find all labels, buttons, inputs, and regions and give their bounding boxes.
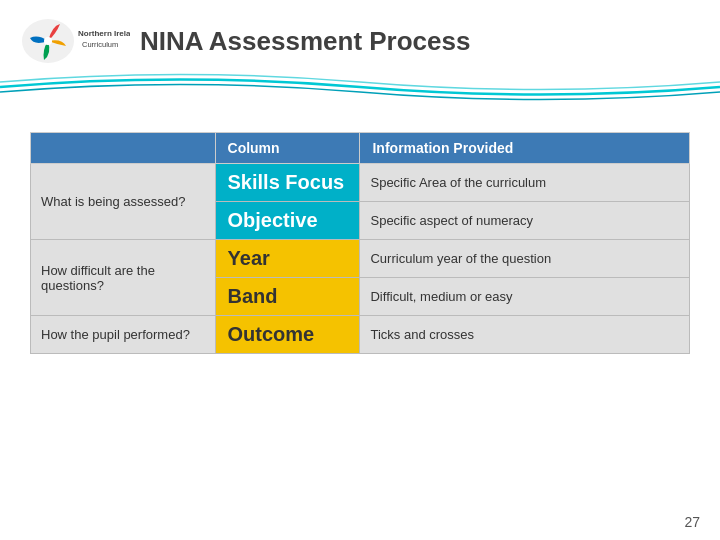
info-outcome: Ticks and crosses (360, 316, 690, 354)
col-header-column: Column (215, 133, 360, 164)
table-row-skills-focus: What is being assessed? Skills Focus Spe… (31, 164, 690, 202)
value-objective: Objective (215, 202, 360, 240)
table-container: Column Information Provided What is bein… (0, 112, 720, 364)
info-year: Curriculum year of the question (360, 240, 690, 278)
value-band: Band (215, 278, 360, 316)
svg-text:Northern Ireland: Northern Ireland (78, 29, 130, 38)
col-header-label (31, 133, 216, 164)
info-objective: Specific aspect of numeracy (360, 202, 690, 240)
page-number: 27 (684, 514, 700, 530)
assessment-table: Column Information Provided What is bein… (30, 132, 690, 354)
logo: Northern Ireland Curriculum (20, 16, 130, 66)
col-header-info: Information Provided (360, 133, 690, 164)
value-year: Year (215, 240, 360, 278)
value-outcome: Outcome (215, 316, 360, 354)
table-row-year: How difficult are the questions? Year Cu… (31, 240, 690, 278)
label-performed: How the pupil performed? (31, 316, 216, 354)
header: Northern Ireland Curriculum NINA Assessm… (0, 0, 720, 70)
svg-point-1 (44, 37, 52, 45)
wave-decoration (0, 72, 720, 102)
table-row-outcome: How the pupil performed? Outcome Ticks a… (31, 316, 690, 354)
page-title: NINA Assessment Process (140, 26, 470, 57)
value-skills-focus: Skills Focus (215, 164, 360, 202)
label-difficult: How difficult are the questions? (31, 240, 216, 316)
info-skills-focus: Specific Area of the curriculum (360, 164, 690, 202)
table-header-row: Column Information Provided (31, 133, 690, 164)
info-band: Difficult, medium or easy (360, 278, 690, 316)
label-assessed: What is being assessed? (31, 164, 216, 240)
svg-text:Curriculum: Curriculum (82, 40, 118, 49)
